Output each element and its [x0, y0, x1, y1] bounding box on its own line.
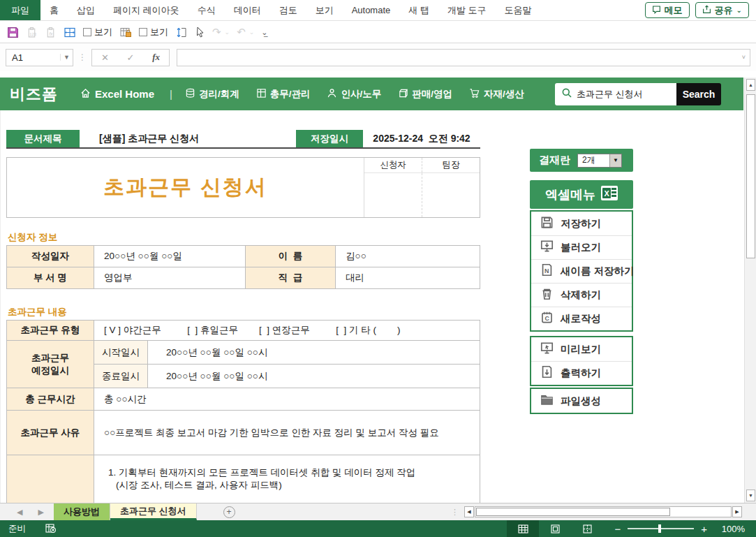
excel-menu-group-file: 저장하기 불러오기 N 새이름 저장하기 삭제하기 C 새로작성 [530, 210, 633, 332]
horizontal-scrollbar[interactable]: ◀ ▶ [464, 506, 742, 518]
tab-file[interactable]: 파일 [0, 0, 40, 20]
menu-item-file-create[interactable]: 파일생성 [531, 389, 632, 413]
new-icon: C [540, 311, 554, 327]
sheetbar-splitter[interactable]: ⋮ [451, 508, 459, 517]
tab-insert[interactable]: 삽입 [68, 0, 104, 20]
toolbar-overflow-icon[interactable]: ⌄̲ [261, 28, 267, 37]
name-box-dropdown-icon[interactable]: ▼ [60, 54, 73, 61]
zoom-out-icon[interactable]: − [614, 523, 621, 535]
tab-review[interactable]: 검토 [270, 0, 306, 20]
normal-view-button[interactable] [507, 520, 539, 537]
approval-count-dropdown[interactable]: 2개 ▼ [577, 154, 622, 168]
page-break-view-button[interactable] [571, 520, 603, 537]
confirm-entry-icon[interactable]: ✓ [127, 52, 135, 63]
menu-item-save-as[interactable]: N 새이름 저장하기 [531, 259, 632, 283]
zoom-slider-handle[interactable] [658, 524, 661, 533]
vertical-scroll-thumb[interactable] [746, 94, 755, 258]
paste-values-icon[interactable]: 123 [26, 27, 38, 38]
scroll-left-icon[interactable]: ◀ [464, 506, 474, 517]
formula-bar-splitter[interactable]: ⋮ [78, 52, 87, 62]
field-value[interactable]: ○○프로젝트 최종 보고서 마감 기한 임박으로 인한 자료 정리 및 보고서 … [94, 411, 480, 455]
zoom-level[interactable]: 100% [717, 524, 745, 534]
tab-new-tab[interactable]: 새 탭 [399, 0, 438, 20]
dropdown-arrow-icon[interactable]: ▼ [609, 154, 621, 167]
scroll-up-icon[interactable]: ▲ [746, 79, 755, 91]
field-label: 부 서 명 [7, 267, 94, 289]
cursor-icon[interactable] [195, 27, 205, 38]
statusbar-right: − + 100% [507, 520, 756, 537]
search-box[interactable] [555, 83, 676, 105]
freeze-panes-icon[interactable] [64, 27, 76, 38]
formula-input[interactable]: ˅ [177, 49, 750, 66]
field-label: 초과근무 사유 [7, 411, 94, 455]
formula-expand-icon[interactable]: ˅ [742, 54, 746, 61]
nav-item-sales[interactable]: 판매/영업 [398, 88, 452, 101]
tab-help[interactable]: 도움말 [496, 0, 541, 20]
view-checkbox-1[interactable]: 보기 [83, 26, 112, 38]
insert-function-icon[interactable]: fx [152, 52, 160, 63]
field-value[interactable]: 총 ○○시간 [94, 388, 480, 411]
redo-icon[interactable]: ↷⌄ [212, 26, 230, 38]
menu-item-load[interactable]: 불러오기 [531, 235, 632, 259]
comments-button[interactable]: 메모 [645, 2, 690, 18]
sign-cell-applicant[interactable] [364, 173, 422, 217]
search-button[interactable]: Search [676, 83, 721, 105]
overtime-type-value[interactable]: [ V ] 야간근무 [ ] 휴일근무 [ ] 연장근무 [ ] 기 타 ( ) [94, 321, 480, 341]
zoom-slider[interactable] [628, 528, 694, 529]
sheet-next-icon[interactable]: ▶ [38, 508, 43, 517]
nav-item-materials[interactable]: 자재/생산 [469, 88, 524, 101]
bizforms-logo[interactable]: 비즈폼 [10, 84, 58, 105]
field-value[interactable]: 대리 [336, 267, 480, 289]
menu-item-new[interactable]: C 새로작성 [531, 307, 632, 330]
sheet-tab-usage[interactable]: 사용방법 [54, 503, 110, 520]
nav-item-general-affairs[interactable]: 총무/관리 [256, 88, 311, 101]
menu-item-delete[interactable]: 삭제하기 [531, 283, 632, 307]
tab-home[interactable]: 홈 [40, 0, 68, 20]
checkbox-icon [139, 28, 147, 36]
save-icon[interactable] [7, 27, 19, 38]
row-height-icon[interactable] [175, 27, 188, 38]
field-value[interactable]: 1. 기획부터 현재까지의 모든 프로젝트 데이터셋 취합 및 데이터 정제 작… [94, 455, 480, 503]
cancel-entry-icon[interactable]: ✕ [101, 52, 109, 63]
page-layout-view-button[interactable] [539, 520, 571, 537]
nav-item-hr[interactable]: 인사/노무 [327, 88, 381, 101]
search-input[interactable] [577, 89, 664, 100]
tab-automate[interactable]: Automate [343, 0, 400, 20]
zoom-in-icon[interactable]: + [701, 523, 707, 535]
formula-bar-row: A1 ▼ ⋮ ✕ ✓ fx ˅ [0, 43, 756, 71]
menu-item-print[interactable]: 출력하기 [531, 361, 632, 385]
horizontal-scroll-thumb[interactable] [476, 508, 670, 516]
sheet-tab-overtime-form[interactable]: 초과근무 신청서 [110, 503, 197, 520]
protect-sheet-icon[interactable] [119, 27, 132, 38]
tab-formulas[interactable]: 수식 [188, 0, 225, 20]
tab-developer[interactable]: 개발 도구 [438, 0, 496, 20]
name-box[interactable]: A1 ▼ [6, 49, 73, 66]
sheet-prev-icon[interactable]: ◀ [17, 508, 22, 517]
table-row: 부 서 명 영업부 직 급 대리 [7, 267, 480, 289]
scroll-down-icon[interactable]: ▼ [746, 490, 755, 501]
field-label: 작성일자 [7, 246, 94, 267]
macro-record-icon[interactable] [45, 524, 57, 534]
field-value[interactable]: 20○○년 ○○월 ○○일 [94, 246, 246, 267]
tab-data[interactable]: 데이터 [225, 0, 270, 20]
chevron-down-icon: ⌄ [736, 6, 742, 14]
nav-item-accounting[interactable]: 경리/회계 [185, 88, 239, 101]
field-value[interactable]: 20○○년 ○○월 ○○일 ○○시 [148, 365, 480, 388]
field-value[interactable]: 20○○년 ○○월 ○○일 ○○시 [148, 341, 480, 365]
menu-item-preview[interactable]: 미리보기 [531, 337, 632, 361]
sign-cell-team-leader[interactable] [422, 173, 480, 217]
tab-page-layout[interactable]: 페이지 레이아웃 [104, 0, 188, 20]
tab-view[interactable]: 보기 [306, 0, 343, 20]
nav-excel-home[interactable]: Excel Home [80, 88, 154, 101]
add-sheet-icon[interactable]: + [223, 506, 235, 518]
scroll-right-icon[interactable]: ▶ [732, 506, 742, 517]
menu-item-save[interactable]: 저장하기 [531, 212, 632, 235]
print-icon [540, 365, 554, 381]
paste-formulas-icon[interactable]: fx [45, 27, 57, 38]
undo-icon[interactable]: ↶⌄ [237, 26, 254, 38]
vertical-scrollbar[interactable]: ▲ ▼ [744, 78, 756, 503]
field-value[interactable]: 김○○ [336, 246, 480, 267]
field-value[interactable]: 영업부 [94, 267, 246, 289]
share-button[interactable]: 공유 ⌄ [695, 2, 749, 18]
view-checkbox-2[interactable]: 보기 [139, 26, 168, 38]
